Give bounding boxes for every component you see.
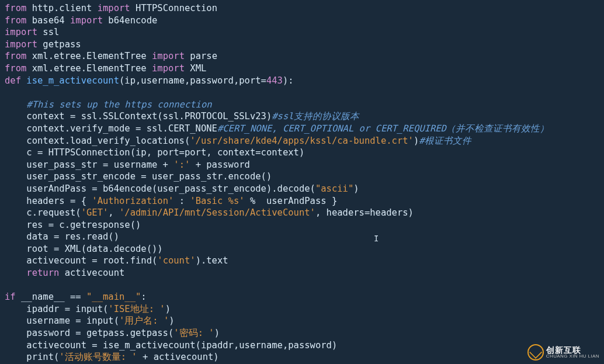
token-kw: import	[70, 15, 103, 26]
code-line: root = XML(data.decode())	[5, 244, 163, 254]
token-id: username = input(	[5, 316, 119, 326]
token-punc: (ip,username,password,port=	[119, 75, 266, 86]
code-line: from http.client import HTTPSConnection	[5, 3, 217, 13]
code-line: activecount = root.find('count').text	[5, 255, 228, 266]
token-kw: from	[5, 3, 26, 13]
token-id: user_pass_str_encode = user_pass_str.enc…	[5, 171, 272, 182]
token-id: XML	[185, 63, 206, 74]
token-str: '活动账号数量: '	[59, 352, 137, 362]
token-id: ssl	[37, 27, 59, 37]
token-str: '/admin/API/mnt/Session/ActiveCount'	[119, 207, 315, 218]
token-str: "__main__"	[86, 292, 141, 302]
token-id: activecount = root.find(	[5, 255, 157, 266]
code-line: activecount = ise_m_activecount(ipaddr,u…	[5, 340, 337, 351]
token-id: c = HTTPSConnection(ip, port=port, conte…	[5, 147, 304, 158]
token-id	[21, 75, 26, 86]
token-str: '/usr/share/kde4/apps/kssl/ca-bundle.crt…	[190, 136, 414, 146]
code-line: context.load_verify_locations('/usr/shar…	[5, 136, 471, 146]
token-str: 'count'	[157, 255, 195, 266]
token-kw: import	[98, 3, 130, 13]
code-line: username = input('用户名: ')	[5, 316, 175, 326]
watermark-text-cn: 创新互联	[546, 346, 599, 354]
code-line: headers = { 'Authorization' : 'Basic %s'…	[5, 196, 337, 206]
token-punc: )	[414, 136, 419, 146]
token-cmt: #CERT_NONE, CERT_OPTIONAL or CERT_REQUIR…	[217, 123, 549, 134]
token-id: getpass	[37, 39, 81, 50]
token-str: 'Basic %s'	[190, 196, 244, 206]
token-id: data = res.read()	[5, 231, 119, 242]
code-line: context.verify_mode = ssl.CERT_NONE#CERT…	[5, 123, 549, 134]
token-punc: )	[353, 183, 359, 194]
token-id: + activecount)	[137, 352, 219, 362]
code-line: password = getpass.getpass('密码: ')	[5, 328, 220, 338]
token-num: 443	[266, 75, 283, 86]
token-id: userAndPass = b64encode(user_pass_str_en…	[5, 183, 315, 194]
token-id: % userAndPass }	[245, 196, 338, 206]
token-punc: )	[169, 316, 174, 326]
token-punc: ).text	[196, 255, 228, 266]
code-line: import ssl	[5, 27, 59, 37]
token-id: activecount = ise_m_activecount(ipaddr,u…	[5, 340, 337, 351]
watermark-icon	[527, 344, 544, 360]
token-id: ipaddr = input(	[5, 304, 108, 314]
token-kw: import	[152, 51, 185, 61]
code-line: res = c.getresponse()	[5, 220, 141, 230]
token-punc: ,	[108, 207, 119, 218]
code-line: def ise_m_activecount(ip,username,passwo…	[5, 75, 294, 86]
token-id: headers = {	[5, 196, 92, 206]
code-line: from base64 import b64encode	[5, 15, 157, 26]
token-str: '密码: '	[173, 328, 214, 338]
token-kw: import	[5, 39, 37, 50]
token-id: xml.etree.ElementTree	[26, 51, 152, 61]
token-kw: if	[5, 292, 16, 302]
code-line: print('活动账号数量: ' + activecount)	[5, 352, 219, 362]
code-line: import getpass	[5, 39, 81, 50]
token-id: activecount	[59, 268, 124, 278]
code-line: user_pass_str = username + ':' + passwor…	[5, 160, 250, 170]
token-id: context.load_verify_locations(	[5, 136, 190, 146]
token-id: HTTPSConnection	[130, 3, 217, 13]
token-str: ':'	[173, 160, 190, 170]
token-cmt: #This sets up the https connection	[26, 99, 211, 110]
token-id: root = XML(data.decode())	[5, 244, 163, 254]
code-line: #This sets up the https connection	[5, 99, 212, 110]
text-cursor: I	[374, 233, 374, 242]
token-kw: from	[5, 63, 26, 74]
token-id: base64	[26, 15, 70, 26]
code-editor[interactable]: from http.client import HTTPSConnection …	[0, 0, 604, 363]
token-cmt: #ssl支持的协议版本	[272, 111, 359, 122]
code-line: ipaddr = input('ISE地址: ')	[5, 304, 171, 314]
token-id: parse	[185, 51, 217, 61]
token-id: http.client	[26, 3, 97, 13]
token-kw: import	[152, 63, 185, 74]
token-id: xml.etree.ElementTree	[26, 63, 152, 74]
token-id	[5, 99, 26, 110]
token-punc: )	[214, 328, 220, 338]
code-line: context = ssl.SSLContext(ssl.PROTOCOL_SS…	[5, 111, 359, 122]
token-id: context.verify_mode = ssl.CERT_NONE	[5, 123, 217, 134]
token-str: '用户名: '	[119, 316, 169, 326]
token-kw: from	[5, 15, 26, 26]
token-punc: :	[141, 292, 146, 302]
code-line: c = HTTPSConnection(ip, port=port, conte…	[5, 147, 304, 158]
token-punc: )	[165, 304, 171, 314]
code-line: c.request('GET', '/admin/API/mnt/Session…	[5, 207, 414, 218]
token-id: b64encode	[103, 15, 157, 26]
token-id: :	[173, 196, 190, 206]
token-id: print(	[5, 352, 59, 362]
token-id: user_pass_str = username +	[5, 160, 173, 170]
code-line: data = res.read()	[5, 231, 119, 242]
token-id: c.request(	[5, 207, 81, 218]
token-id: context = ssl.SSLContext(ssl.PROTOCOL_SS…	[5, 111, 272, 122]
token-punc: ):	[283, 75, 294, 86]
token-id: res = c.getresponse()	[5, 220, 141, 230]
token-id: password = getpass.getpass(	[5, 328, 173, 338]
token-id	[5, 268, 26, 278]
token-str: 'GET'	[81, 207, 109, 218]
code-line: userAndPass = b64encode(user_pass_str_en…	[5, 183, 359, 194]
token-id: + password	[190, 160, 250, 170]
code-line: return activecount	[5, 268, 124, 278]
code-line: from xml.etree.ElementTree import parse	[5, 51, 217, 61]
token-fn: ise_m_activecount	[26, 75, 119, 86]
token-str: "ascii"	[315, 183, 353, 194]
